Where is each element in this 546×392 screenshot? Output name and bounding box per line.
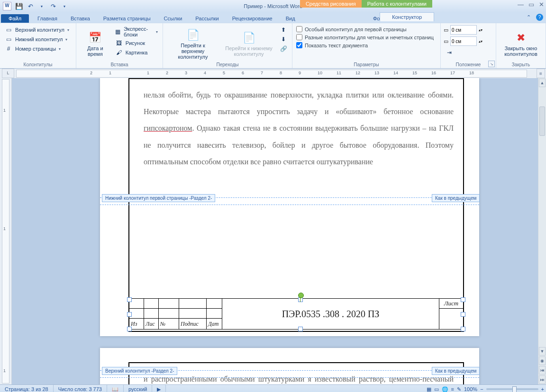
scroll-up-button[interactable]: ▲ (539, 79, 546, 87)
group-navigation: 📄Перейти к верхнему колонтитулу 📄Перейти… (163, 23, 292, 68)
group-label: Параметры (295, 62, 437, 68)
zoom-slider[interactable] (486, 388, 538, 390)
status-page[interactable]: Страница: 3 из 28 (0, 385, 54, 392)
group-header-footer: ▭Верхний колонтитул▾ ▭Нижний колонтитул▾… (0, 23, 76, 68)
selection-handle[interactable] (461, 297, 465, 302)
nav-prev-button[interactable]: ⬆ (278, 25, 289, 35)
clipart-button[interactable]: 🖌Картинка (113, 48, 160, 57)
quick-access-toolbar: 💾 ↶ ▼ ↷ ▼ (14, 1, 69, 11)
picture-button[interactable]: 🖼Рисунок (113, 38, 160, 48)
restore-button[interactable]: ▭ (528, 1, 534, 8)
view-print-layout[interactable]: ▦ (427, 386, 431, 392)
header-section-tag: Верхний колонтитул -Раздел 2- (102, 367, 177, 375)
group-options: Особый колонтитул для первой страницы Ра… (292, 23, 441, 68)
close-button[interactable]: ✕ (539, 1, 544, 8)
footer-from-bottom[interactable]: ▭▴▾ (444, 36, 482, 46)
header-footer-tools-tab-label: Работа с колонтитулами (362, 0, 432, 8)
tab-designer[interactable]: Конструктор (380, 12, 434, 21)
qat-save[interactable]: 💾 (14, 1, 24, 11)
document-viewport[interactable]: нельзя обойти, будь то окрашивание повер… (12, 78, 538, 384)
insert-alignment-tab[interactable]: ⇥ (444, 48, 482, 57)
quick-parts-button[interactable]: ▦Экспресс-блоки▾ (113, 25, 160, 38)
view-ruler-toggle[interactable]: ≡ (537, 69, 545, 78)
tab-review[interactable]: Рецензирование (226, 14, 279, 23)
selection-handle[interactable] (127, 327, 132, 331)
scroll-down-button[interactable]: ▼ (539, 347, 546, 356)
zoom-in-button[interactable]: + (541, 386, 544, 392)
zoom-slider-thumb[interactable] (512, 386, 517, 392)
help-icon[interactable]: ? (536, 14, 543, 21)
view-outline[interactable]: ≡ (451, 386, 454, 392)
view-draft[interactable]: ✎ (457, 386, 461, 392)
selection-handle[interactable] (461, 327, 465, 331)
next-page-button[interactable]: ⏭ (539, 375, 546, 384)
vertical-scrollbar[interactable]: ▲ ▼ ◉ ⏮ ⏭ (538, 78, 546, 384)
tab-insert[interactable]: Вставка (64, 14, 97, 23)
drawing-tools-tab-label: Средства рисования (300, 0, 362, 8)
file-tab[interactable]: Файл (1, 14, 29, 23)
same-as-previous-tag: Как в предыдущем (432, 367, 480, 375)
close-header-footer-button[interactable]: ✖Закрыть окно колонтитулов (499, 25, 543, 62)
selection-handle[interactable] (298, 327, 303, 331)
qat-redo[interactable]: ↷ (48, 1, 58, 11)
tab-bar: Файл Главная Вставка Разметка страницы С… (0, 12, 546, 23)
rotation-handle[interactable] (298, 293, 304, 298)
dialog-launcher-icon[interactable]: ↘ (488, 61, 495, 67)
group-label: Закрыть (499, 62, 543, 68)
ribbon-minimize-icon[interactable]: ⌃ (525, 13, 532, 21)
tab-layout[interactable]: Разметка страницы (97, 14, 157, 23)
group-label: Вставка (79, 62, 160, 68)
qat-undo-dropdown[interactable]: ▼ (37, 1, 46, 11)
tab-view[interactable]: Вид (279, 14, 302, 23)
opt-odd-even[interactable]: Разные колонтитулы для четных и нечетных… (295, 33, 435, 41)
vertical-ruler[interactable]: 111 (0, 78, 12, 384)
tab-refs[interactable]: Ссылки (157, 14, 189, 23)
tab-home[interactable]: Главная (31, 14, 64, 23)
nav-next-button[interactable]: ⬇ (278, 35, 289, 44)
contextual-tabs: Средства рисования Работа с колонтитулам… (300, 0, 432, 8)
opt-different-first[interactable]: Особый колонтитул для первой страницы (295, 25, 435, 33)
browse-object-button[interactable]: ◉ (539, 356, 546, 365)
status-proofing[interactable]: 📖 (107, 385, 124, 392)
zoom-level[interactable]: 100% (464, 386, 477, 392)
title-bar: W 💾 ↶ ▼ ↷ ▼ Пример - Microsoft Word Сред… (0, 0, 546, 12)
group-close: ✖Закрыть окно колонтитулов Закрыть (496, 23, 546, 68)
selection-handle[interactable] (127, 297, 132, 302)
goto-header-button[interactable]: 📄Перейти к верхнему колонтитулу (166, 25, 220, 62)
date-time-button[interactable]: 📅Дата и время (79, 25, 111, 62)
body-text-1[interactable]: нельзя обойти, будь то окрашивание повер… (144, 87, 454, 170)
status-words[interactable]: Число слов: 3 773 (54, 385, 107, 392)
group-label: Колонтитулы (3, 62, 73, 68)
selection-handle[interactable] (127, 312, 132, 317)
link-prev-button[interactable]: 🔗 (278, 44, 289, 53)
same-as-previous-tag: Как в предыдущем (432, 194, 480, 202)
minimize-button[interactable]: — (518, 1, 524, 8)
group-insert: 📅Дата и время ▦Экспресс-блоки▾ 🖼Рисунок … (76, 23, 163, 68)
tab-selector[interactable]: L (2, 69, 14, 78)
view-full-screen[interactable]: ▭ (434, 386, 439, 392)
page-2: и распространёнными обычными штукатуркам… (100, 348, 479, 384)
tab-mailings[interactable]: Рассылки (189, 14, 225, 23)
page-number-button[interactable]: #Номер страницы▾ (3, 44, 71, 53)
qat-customize[interactable]: ▼ (60, 1, 69, 11)
ribbon: ▭Верхний колонтитул▾ ▭Нижний колонтитул▾… (0, 23, 546, 69)
status-macro[interactable]: ▶ (152, 385, 166, 392)
header-button[interactable]: ▭Верхний колонтитул▾ (3, 25, 71, 35)
rotation-stem (300, 297, 300, 302)
group-label: Переходы (166, 62, 289, 68)
footer-button[interactable]: ▭Нижний колонтитул▾ (3, 35, 71, 44)
scroll-thumb[interactable] (539, 107, 545, 136)
app-icon: W (3, 2, 11, 10)
qat-undo[interactable]: ↶ (26, 1, 35, 11)
header-from-top[interactable]: ▭▴▾ (444, 25, 482, 35)
horizontal-ruler-bar: L 21123456789101112131415161718 ≡ (0, 69, 546, 78)
selection-handle[interactable] (461, 312, 465, 317)
view-web[interactable]: 🌐 (442, 386, 448, 392)
opt-show-text[interactable]: Показать текст документа (295, 41, 435, 49)
footer-section-tag: Нижний колонтитул первой страницы -Разде… (102, 194, 215, 202)
title-block-table[interactable]: ПЭР.0535 .308 . 2020 ПЗ Лист Из Лис № По… (129, 298, 464, 330)
status-language[interactable]: русский (124, 385, 152, 392)
horizontal-ruler[interactable]: 21123456789101112131415161718 (16, 70, 527, 78)
prev-page-button[interactable]: ⏮ (539, 366, 546, 374)
zoom-out-button[interactable]: − (480, 386, 483, 392)
